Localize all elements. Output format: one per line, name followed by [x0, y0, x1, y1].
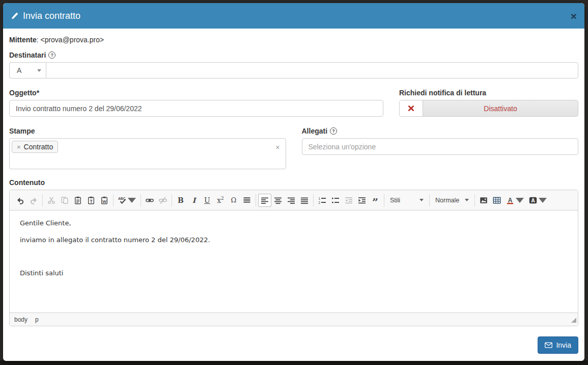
modal-title: Invia contratto — [11, 11, 80, 21]
subject-input[interactable] — [9, 100, 383, 117]
attachments-select[interactable] — [302, 138, 579, 155]
format-dropdown[interactable]: Normale — [432, 194, 472, 206]
paste-icon[interactable] — [71, 194, 85, 207]
close-icon[interactable]: × — [571, 11, 577, 21]
cut-icon[interactable] — [45, 194, 58, 207]
red-x-icon — [408, 105, 414, 112]
clear-selection-icon[interactable]: × — [275, 144, 279, 151]
bold-icon[interactable]: B — [174, 194, 187, 207]
path-item-p[interactable]: p — [35, 316, 39, 323]
redo-icon[interactable] — [27, 194, 40, 207]
prints-label: Stampe — [9, 127, 286, 135]
send-button[interactable]: Invia — [538, 336, 578, 354]
insert-image-icon[interactable] — [477, 194, 490, 207]
toolbar-separator — [384, 194, 384, 206]
bulleted-list-icon[interactable] — [329, 194, 342, 207]
chevron-down-icon — [128, 196, 136, 204]
align-center-icon[interactable] — [271, 194, 285, 207]
toolbar-separator — [113, 194, 114, 206]
print-tag-label: Contratto — [24, 143, 53, 151]
recipients-label-row: Destinatari ? — [9, 51, 578, 59]
toggle-handle — [400, 100, 423, 116]
modal-header: Invia contratto × — [3, 3, 584, 29]
attachments-label: Allegati — [302, 127, 328, 135]
sender-value: : <prova@prova.pro> — [37, 36, 104, 44]
editor-content-area[interactable]: Gentile Cliente, inviamo in allegato il … — [10, 211, 578, 312]
toolbar-separator — [172, 194, 172, 206]
blockquote-icon[interactable]: ” — [369, 194, 382, 207]
decrease-indent-icon[interactable] — [342, 194, 355, 207]
styles-dropdown[interactable]: Stili — [386, 194, 427, 206]
spell-check-icon[interactable]: ABC — [116, 194, 138, 207]
numbered-list-icon[interactable]: 12 — [316, 194, 329, 207]
pencil-icon — [11, 12, 18, 20]
editor-paragraph: Gentile Cliente, — [20, 219, 568, 227]
prints-multiselect[interactable]: × Contratto × — [9, 138, 286, 169]
sender-line: Mittente: <prova@prova.pro> — [9, 36, 578, 44]
recipients-label: Destinatari — [9, 51, 46, 59]
svg-text:T: T — [90, 198, 93, 203]
justify-icon[interactable] — [298, 194, 311, 207]
modal-footer: Invia — [3, 328, 584, 361]
editor-paragraph — [20, 252, 568, 260]
undo-icon[interactable] — [14, 194, 27, 207]
paste-from-word-icon[interactable]: W — [98, 194, 111, 207]
modal-title-text: Invia contratto — [23, 11, 80, 21]
recipient-type-select[interactable]: A — [9, 62, 46, 79]
insert-table-icon[interactable] — [490, 194, 503, 207]
help-icon[interactable]: ? — [48, 51, 55, 59]
print-tag: × Contratto — [12, 141, 58, 153]
toolbar-separator — [141, 194, 141, 206]
elements-path-bar: body p — [10, 312, 578, 326]
attachments-label-row: Allegati ? — [302, 127, 579, 135]
editor-paragraph: inviamo in allegato il contratto numero … — [20, 236, 568, 244]
svg-text:2: 2 — [319, 200, 321, 204]
svg-text:A: A — [508, 196, 513, 203]
chevron-down-icon — [419, 199, 424, 201]
increase-indent-icon[interactable] — [355, 194, 369, 207]
toolbar-separator — [429, 194, 430, 206]
tag-remove-icon[interactable]: × — [17, 144, 21, 150]
link-icon[interactable] — [143, 194, 156, 207]
read-receipt-toggle[interactable]: Disattivato — [399, 100, 578, 117]
chevron-down-icon — [37, 69, 41, 72]
invia-contratto-modal: Invia contratto × Mittente: <prova@prova… — [3, 3, 584, 361]
svg-text:1: 1 — [319, 196, 321, 200]
chevron-down-icon — [465, 199, 469, 201]
line-spacing-icon[interactable] — [240, 194, 254, 207]
subject-label: Oggetto* — [9, 89, 383, 97]
svg-text:ABC: ABC — [118, 196, 125, 200]
modal-body: Mittente: <prova@prova.pro> Destinatari … — [3, 29, 584, 328]
toolbar-separator — [256, 194, 256, 206]
chevron-down-icon — [539, 196, 547, 204]
italic-icon[interactable]: I — [187, 194, 201, 207]
toolbar-separator — [42, 194, 43, 206]
sender-label: Mittente — [9, 36, 37, 44]
recipients-input-group: A — [9, 62, 578, 79]
recipients-input[interactable] — [46, 62, 578, 79]
toolbar-separator — [313, 194, 314, 206]
unlink-icon[interactable] — [156, 194, 170, 207]
path-item-body[interactable]: body — [14, 316, 27, 323]
paste-plain-text-icon[interactable]: T — [85, 194, 98, 207]
editor-toolbar: T W ABC B I U x2 Ω — [10, 190, 578, 211]
editor-paragraph: Distinti saluti — [20, 269, 568, 277]
align-left-icon[interactable] — [258, 194, 271, 207]
svg-text:W: W — [102, 199, 106, 203]
send-button-label: Invia — [556, 341, 571, 349]
superscript-icon[interactable]: x2 — [214, 194, 227, 207]
text-color-icon[interactable]: A — [503, 194, 526, 207]
align-right-icon[interactable] — [285, 194, 298, 207]
background-color-icon[interactable]: A — [526, 194, 549, 207]
copy-icon[interactable] — [58, 194, 71, 207]
content-label: Contenuto — [9, 178, 578, 187]
rich-text-editor: T W ABC B I U x2 Ω — [9, 190, 578, 326]
read-receipt-label: Richiedi notifica di lettura — [399, 89, 578, 97]
toolbar-separator — [474, 194, 475, 206]
underline-icon[interactable]: U — [201, 194, 214, 207]
resize-handle[interactable] — [571, 317, 576, 324]
special-character-icon[interactable]: Ω — [227, 194, 240, 207]
envelope-icon — [545, 342, 552, 348]
help-icon[interactable]: ? — [330, 127, 337, 135]
recipient-type-value: A — [17, 66, 21, 74]
